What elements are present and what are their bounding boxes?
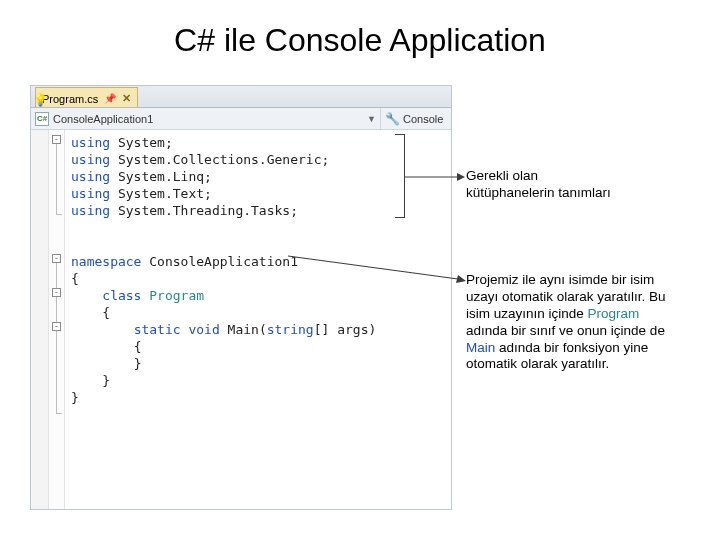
tab-filename: Program.cs (42, 93, 98, 105)
tab-bar: Program.cs 📌 ✕ (31, 86, 451, 108)
fold-toggle[interactable]: - (52, 135, 61, 144)
callout-namespace: Projemiz ile aynı isimde bir isim uzayı … (466, 272, 678, 373)
close-icon[interactable]: ✕ (122, 92, 131, 105)
fold-toggle[interactable]: - (52, 288, 61, 297)
gutter-folding: - - - - (49, 130, 65, 509)
nav-member-name: Console (403, 113, 443, 125)
callout-libraries: Gerekli olan kütüphanelerin tanımları (466, 168, 626, 202)
arrow-annotation (405, 176, 465, 178)
gutter-indicators: 💡 (31, 130, 49, 509)
navigation-bar: C# ConsoleApplication1 ▼ 🔧 Console (31, 108, 451, 130)
slide-title: C# ile Console Application (0, 22, 720, 59)
fold-toggle[interactable]: - (52, 254, 61, 263)
wrench-icon: 🔧 (385, 112, 400, 126)
nav-member-dropdown[interactable]: 🔧 Console (381, 112, 451, 126)
chevron-down-icon: ▼ (367, 114, 376, 124)
code-content: using System; using System.Collections.G… (65, 130, 376, 509)
csharp-icon: C# (35, 112, 49, 126)
file-tab[interactable]: Program.cs 📌 ✕ (35, 87, 138, 107)
svg-marker-1 (457, 173, 465, 181)
bracket-annotation (395, 134, 405, 218)
lightbulb-icon[interactable]: 💡 (33, 92, 48, 109)
pin-icon[interactable]: 📌 (104, 93, 116, 104)
code-editor[interactable]: 💡 - - - - using System; using System.Col… (31, 130, 451, 509)
nav-project-name: ConsoleApplication1 (53, 113, 153, 125)
nav-project-dropdown[interactable]: C# ConsoleApplication1 ▼ (31, 108, 381, 129)
arrow-annotation (288, 254, 466, 282)
ide-screenshot: Program.cs 📌 ✕ C# ConsoleApplication1 ▼ … (30, 85, 452, 510)
svg-line-2 (288, 256, 458, 279)
svg-marker-3 (456, 275, 466, 283)
fold-toggle[interactable]: - (52, 322, 61, 331)
